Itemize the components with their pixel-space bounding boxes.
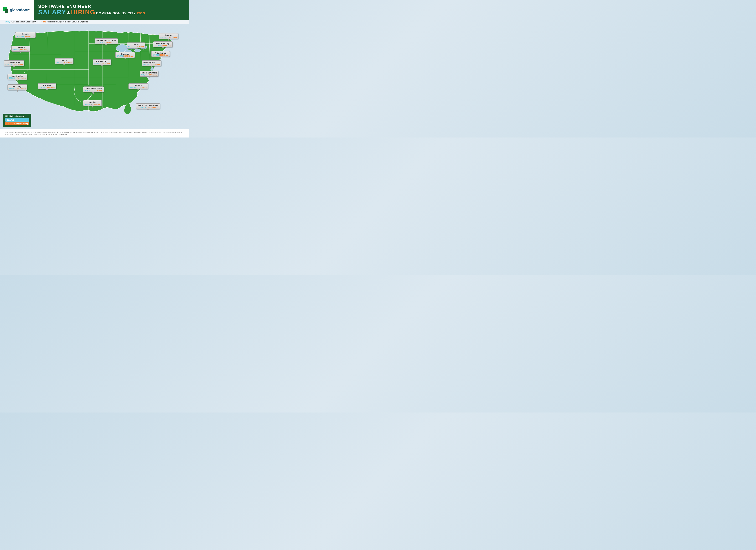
city-hiring: 669 Hiring bbox=[47, 86, 55, 88]
city-hiring: 857 Hiring bbox=[92, 103, 100, 105]
city-data: $77,485 | 905 Hiring bbox=[153, 54, 168, 56]
city-salary: $69,830 bbox=[140, 106, 146, 108]
city-data: $111,885 | 3846 Hiring bbox=[5, 64, 23, 65]
city-label: Kansas City$68,892 | 378 Hiring bbox=[93, 59, 111, 65]
city-hiring: 1418 Hiring bbox=[25, 35, 34, 37]
city-label: SF Bay Area$111,885 | 3846 Hiring bbox=[4, 60, 24, 66]
city-name: Portland bbox=[13, 47, 28, 49]
city-data: $103,196 | 1418 Hiring bbox=[17, 35, 34, 37]
title-year: 2013 bbox=[137, 11, 145, 15]
logo-trademark: ™ bbox=[29, 9, 30, 11]
city-name: Raleigh-Durham bbox=[141, 72, 157, 74]
city-label: Portland$84,562 | 684 Hiring bbox=[11, 46, 30, 52]
city-name: Detroit bbox=[128, 43, 144, 46]
footer: Average annual base salaries based on at… bbox=[0, 129, 189, 137]
glassdoor-logo-icon bbox=[3, 7, 9, 13]
city-data: $80,763 | 810 Hiring bbox=[56, 61, 72, 63]
city-hiring: 378 Hiring bbox=[102, 62, 110, 64]
city-hiring: 457 Hiring bbox=[148, 106, 156, 108]
city-label: Denver$80,763 | 810 Hiring bbox=[55, 58, 73, 64]
city-name: New York City bbox=[155, 42, 171, 45]
city-label: Philadelphia$77,485 | 905 Hiring bbox=[151, 51, 170, 57]
city-name: Dallas / Fort Worth bbox=[85, 87, 102, 90]
city-label: Boston$91,593 | 2006 Hiring bbox=[159, 33, 178, 39]
city-data: $93,993 | 1083 Hiring bbox=[9, 88, 26, 89]
city-hiring: 1224 Hiring bbox=[93, 90, 102, 92]
city-hiring: 2139 Hiring bbox=[151, 64, 160, 65]
city-label: Dallas / Fort Worth$78,802 | 1224 Hiring bbox=[83, 86, 104, 92]
city-data: $76,787 | 1173 Hiring bbox=[130, 86, 146, 88]
city-salary: $84,562 bbox=[13, 49, 19, 51]
city-salary: $78,844 bbox=[39, 86, 45, 88]
city-salary: $79,634 bbox=[141, 74, 147, 76]
subtitle-separator: | bbox=[38, 21, 38, 23]
city-data: $68,892 | 378 Hiring bbox=[94, 62, 110, 64]
city-hiring: 905 Hiring bbox=[160, 54, 168, 56]
national-avg-hiring: 15,732 Employers Hiring bbox=[5, 122, 29, 125]
city-hiring: 637 Hiring bbox=[149, 74, 157, 76]
city-label: San Diego$93,993 | 1083 Hiring bbox=[7, 84, 27, 90]
city-label: Washington, D.C.$83,765 | 2139 Hiring bbox=[142, 60, 161, 66]
city-hiring: 2264 Hiring bbox=[162, 45, 171, 46]
city-hiring: 1083 Hiring bbox=[16, 88, 26, 89]
city-name: Boston bbox=[160, 34, 177, 36]
city-data: $86,511 | 1784 Hiring bbox=[9, 77, 26, 79]
city-name: Minneapolis / St. Paul bbox=[96, 39, 117, 42]
city-label: Los Angeles$86,511 | 1784 Hiring bbox=[7, 74, 27, 80]
city-salary: $78,871 bbox=[117, 55, 123, 57]
city-data: $75,925 | 794 Hiring bbox=[96, 42, 117, 43]
national-avg-title: U.S. National Average bbox=[5, 115, 29, 117]
city-data: $69,830 | 457 Hiring bbox=[138, 106, 159, 108]
city-data: $85,236 | 2264 Hiring bbox=[155, 45, 171, 46]
city-hiring: 1173 Hiring bbox=[137, 86, 146, 88]
city-label: Atlanta$76,787 | 1173 Hiring bbox=[128, 83, 148, 89]
city-data: $78,844 | 669 Hiring bbox=[39, 86, 55, 88]
city-name: SF Bay Area bbox=[5, 61, 23, 64]
city-label: Seattle$103,196 | 1418 Hiring bbox=[15, 32, 36, 38]
title-area: SOFTWARE ENGINEER SALARY & HIRING COMPAR… bbox=[34, 0, 189, 20]
subtitle-salary-label: Salary bbox=[5, 21, 10, 23]
city-label: Phoenix$78,844 | 669 Hiring bbox=[38, 83, 56, 89]
title-salary: SALARY bbox=[38, 9, 66, 16]
city-hiring: 3846 Hiring bbox=[14, 64, 23, 65]
city-salary: $68,892 bbox=[94, 62, 100, 64]
city-hiring: 1381 Hiring bbox=[124, 55, 133, 57]
city-name: Seattle bbox=[17, 33, 34, 35]
logo-text: glassdoor™ bbox=[10, 8, 30, 12]
title-line2: SALARY & HIRING COMPARISON BY CITY 2013 bbox=[38, 9, 184, 16]
title-comparison: COMPARISON BY CITY 2013 bbox=[96, 11, 145, 15]
city-salary: $93,993 bbox=[9, 88, 15, 89]
national-average-box: U.S. National Average $92,790 15,732 Emp… bbox=[3, 114, 31, 127]
city-label: Minneapolis / St. Paul$75,925 | 794 Hiri… bbox=[95, 38, 118, 44]
title-line1: SOFTWARE ENGINEER bbox=[38, 4, 184, 9]
city-name: Austin bbox=[85, 101, 100, 103]
city-hiring: 1784 Hiring bbox=[16, 77, 26, 79]
city-hiring: 684 Hiring bbox=[20, 49, 28, 51]
city-name: San Diego bbox=[9, 85, 26, 88]
city-salary: $75,925 bbox=[98, 42, 104, 43]
city-salary: $91,593 bbox=[160, 36, 166, 38]
city-label: New York City$85,236 | 2264 Hiring bbox=[153, 41, 173, 47]
city-data: $84,562 | 684 Hiring bbox=[13, 49, 28, 51]
city-label: Miami / Ft. Lauderdale$69,830 | 457 Hiri… bbox=[136, 103, 160, 109]
city-data: $78,871 | 1381 Hiring bbox=[117, 55, 133, 57]
city-salary: $85,236 bbox=[155, 45, 161, 46]
city-hiring: 2006 Hiring bbox=[168, 36, 177, 38]
title-hiring: HIRING bbox=[71, 9, 95, 16]
city-salary: $76,787 bbox=[130, 86, 136, 88]
city-salary: $77,485 bbox=[153, 54, 159, 56]
city-name: Phoenix bbox=[39, 84, 55, 86]
city-name: Washington, D.C. bbox=[143, 61, 160, 64]
city-salary: $78,802 bbox=[85, 90, 91, 92]
city-salary: $84,232 bbox=[85, 103, 91, 105]
city-name: Chicago bbox=[117, 53, 133, 55]
city-name: Denver bbox=[56, 59, 72, 61]
city-label: Chicago$78,871 | 1381 Hiring bbox=[115, 52, 135, 58]
city-salary: $70,111 bbox=[128, 46, 134, 48]
header: glassdoor™ SOFTWARE ENGINEER SALARY & HI… bbox=[0, 0, 189, 20]
subtitle-hiring-def: = Number of Employers Hiring Software En… bbox=[47, 21, 88, 23]
city-name: Miami / Ft. Lauderdale bbox=[138, 104, 159, 106]
city-data: $84,232 | 857 Hiring bbox=[85, 103, 100, 105]
subtitle-bar: Salary = Average Annual Base Salary | Hi… bbox=[0, 20, 189, 24]
city-data: $91,593 | 2006 Hiring bbox=[160, 36, 177, 38]
